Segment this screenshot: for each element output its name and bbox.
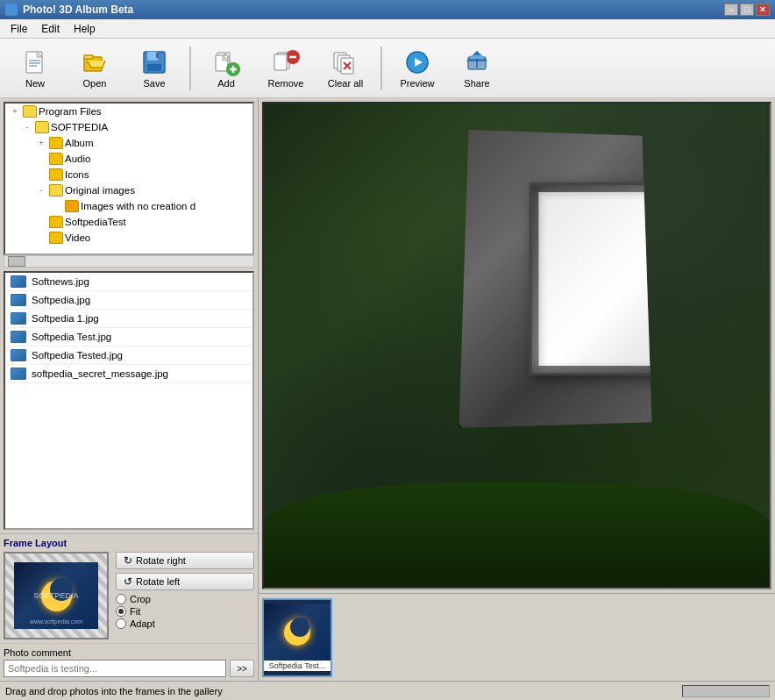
folder-icon [23, 105, 37, 118]
tree-expander[interactable]: + [35, 137, 47, 149]
file-name: Softpedia Test.jpg [32, 332, 111, 342]
frame-layout-content: SOFTPEDIA www.softpedia.com ↻ Rotate rig… [4, 552, 254, 639]
open-icon [81, 48, 109, 76]
clear-all-icon [331, 48, 359, 76]
tree-item[interactable]: - Original images [5, 182, 252, 198]
status-bar: Drag and drop photos into the frames in … [0, 681, 775, 700]
frame-layout-label: Frame Layout [4, 538, 254, 548]
share-button[interactable]: Share [449, 43, 505, 94]
clear-all-label: Clear all [328, 78, 363, 89]
tree-item[interactable]: Audio [5, 151, 252, 167]
adapt-label: Adapt [130, 618, 155, 629]
preview-button[interactable]: Preview [389, 43, 445, 94]
remove-icon [272, 48, 300, 76]
tree-expander[interactable] [35, 168, 47, 181]
preview-label: Preview [400, 78, 434, 89]
tree-item[interactable]: + Program Files [5, 104, 252, 119]
tree-expander[interactable]: - [21, 121, 33, 133]
file-thumbnail [11, 312, 26, 325]
folder-icon [65, 200, 79, 212]
list-item[interactable]: Softpedia Tested.jpg [5, 346, 252, 365]
menu-bar: File Edit Help [0, 19, 775, 39]
rotate-left-label: Rotate left [136, 576, 180, 587]
remove-button[interactable]: Remove [258, 43, 314, 94]
thumbnail-strip: Softpedia Test... [259, 593, 775, 681]
preview-area [262, 102, 771, 589]
toolbar: New Open Save [0, 39, 775, 98]
menu-file[interactable]: File [4, 21, 34, 37]
menu-help[interactable]: Help [67, 21, 103, 37]
thumbnail-item[interactable]: Softpedia Test... [262, 598, 332, 677]
file-list[interactable]: Softnews.jpg Softpedia.jpg Softpedia 1.j… [4, 271, 254, 530]
moon-cutout [50, 578, 73, 601]
fit-radio[interactable] [116, 606, 126, 617]
tree-expander[interactable]: - [35, 184, 47, 196]
list-item[interactable]: Softnews.jpg [5, 273, 252, 291]
app-icon [5, 4, 18, 16]
open-button[interactable]: Open [67, 43, 123, 94]
comment-submit-button[interactable]: >> [230, 660, 254, 677]
photo-frame [529, 182, 678, 375]
tree-hscroll[interactable] [4, 255, 254, 268]
frame-controls: ↻ Rotate right ↺ Rotate left Crop [116, 552, 254, 629]
display-mode-group: Crop Fit Adapt [116, 594, 254, 629]
tree-item-label: Video [65, 232, 90, 243]
close-button[interactable]: ✕ [756, 4, 770, 16]
crop-radio[interactable] [116, 594, 126, 604]
maximize-button[interactable]: □ [740, 4, 754, 16]
tree-item[interactable]: Images with no creation d [5, 198, 252, 214]
adapt-radio[interactable] [116, 618, 126, 629]
tree-expander[interactable] [35, 153, 47, 165]
minimize-button[interactable]: – [724, 4, 738, 16]
fit-option[interactable]: Fit [116, 606, 254, 617]
comment-row: >> [4, 660, 254, 677]
crop-option[interactable]: Crop [116, 594, 254, 604]
separator-1 [189, 46, 191, 90]
save-button[interactable]: Save [126, 43, 182, 94]
rotate-right-button[interactable]: ↻ Rotate right [116, 552, 254, 569]
tree-item[interactable]: + Album [5, 135, 252, 151]
tree-expander[interactable] [35, 232, 47, 244]
rotate-right-label: Rotate right [136, 555, 186, 566]
folder-icon [49, 168, 63, 181]
remove-label: Remove [268, 78, 304, 89]
tree-view[interactable]: + Program Files - SOFTPEDIA + Album [4, 102, 254, 255]
list-item[interactable]: Softpedia 1.jpg [5, 310, 252, 328]
tree-expander[interactable] [51, 200, 63, 212]
file-thumbnail [11, 368, 26, 380]
menu-edit[interactable]: Edit [34, 21, 67, 37]
stone-monolith [459, 130, 652, 428]
tree-item[interactable]: - SOFTPEDIA [5, 119, 252, 135]
list-item[interactable]: Softpedia.jpg [5, 291, 252, 310]
file-thumbnail [11, 275, 26, 288]
tree-item-label: SoftpediaTest [65, 217, 126, 227]
preview-icon [403, 48, 431, 76]
tree-expander[interactable]: + [9, 105, 21, 118]
frame-layout-section: Frame Layout SOFTPEDIA www.softpedia.com… [0, 533, 258, 643]
svg-rect-10 [156, 53, 159, 58]
tree-item-label: SOFTPEDIA [51, 122, 108, 132]
folder-icon [49, 184, 63, 196]
tree-item-label: Audio [65, 154, 90, 164]
clear-all-button[interactable]: Clear all [317, 43, 373, 94]
moon-cutout [290, 618, 309, 637]
tree-item-label: Album [65, 138, 94, 148]
rotate-left-button[interactable]: ↺ Rotate left [116, 573, 254, 590]
list-item[interactable]: Softpedia Test.jpg [5, 328, 252, 346]
tree-item[interactable]: SoftpediaTest [5, 214, 252, 230]
tree-expander[interactable] [35, 216, 47, 228]
tree-scroll[interactable]: + Program Files - SOFTPEDIA + Album [5, 104, 252, 254]
main-content: + Program Files - SOFTPEDIA + Album [0, 98, 775, 681]
list-item[interactable]: softpedia_secret_message.jpg [5, 365, 252, 383]
open-label: Open [83, 78, 107, 89]
add-button[interactable]: Add [198, 43, 254, 94]
share-icon [463, 48, 491, 76]
tree-item[interactable]: Video [5, 230, 252, 246]
tree-item[interactable]: Icons [5, 167, 252, 182]
new-button[interactable]: New [7, 43, 63, 94]
comment-label: Photo comment [4, 647, 254, 658]
adapt-option[interactable]: Adapt [116, 618, 254, 629]
svg-rect-9 [147, 64, 161, 71]
hscroll-thumb[interactable] [8, 256, 25, 267]
comment-input[interactable] [4, 660, 226, 677]
